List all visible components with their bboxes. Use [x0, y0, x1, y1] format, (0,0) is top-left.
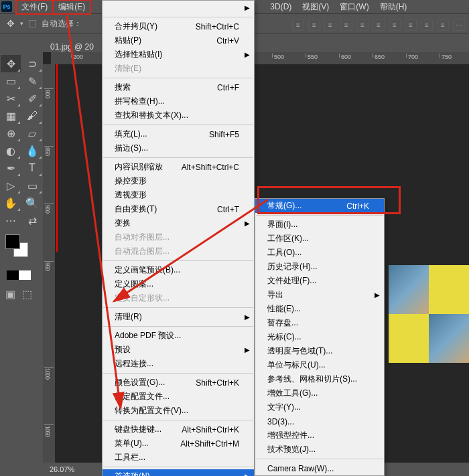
menu-item[interactable]: 查找和替换文本(X)... [103, 108, 254, 123]
gradient-tool[interactable]: ◐ [1, 142, 21, 159]
healing-tool[interactable]: ▦ [1, 107, 21, 125]
marquee-tool[interactable]: ▭ [1, 72, 21, 90]
align-icon[interactable]: ≡ [389, 19, 401, 31]
menu-item[interactable]: 转换为配置文件(V)... [103, 404, 254, 418]
align-icon[interactable]: ≡ [356, 19, 368, 31]
mini-swatch-a[interactable] [7, 270, 19, 280]
menu-help[interactable]: 帮助(H) [375, 0, 413, 14]
menu-item[interactable]: 定义图案... [103, 277, 254, 291]
align-icon[interactable]: ≡ [340, 19, 352, 31]
eyedropper-tool[interactable]: ✐ [22, 90, 42, 107]
screenmode-icon[interactable]: ⬚ [22, 288, 32, 301]
menu-item[interactable]: 3D(3)... [255, 414, 384, 428]
align-icon[interactable]: ≡ [308, 19, 320, 31]
pen-tool[interactable]: ✒ [1, 159, 21, 177]
menu-item[interactable]: 透视变形 [103, 188, 254, 202]
chevron-down-icon[interactable]: ▾ [20, 20, 23, 27]
shape-tool[interactable]: ▭ [22, 177, 42, 194]
mini-swatch-b[interactable] [19, 270, 31, 280]
menu-window[interactable]: 窗口(W) [334, 0, 374, 14]
align-icons: ≡ ≡ ≡ ≡ ≡ ≡ ≡ ≡ ≡ ≡ ⋯ [292, 19, 465, 31]
align-icon[interactable]: ≡ [292, 19, 304, 31]
menu-item: 定义自定形状... [103, 291, 254, 305]
menu-item[interactable]: 颜色设置(G)...Shift+Ctrl+K [103, 376, 254, 390]
align-icon[interactable]: ≡ [324, 19, 336, 31]
auto-select-checkbox[interactable] [29, 20, 36, 27]
menu-item[interactable]: Adobe PDF 预设... [103, 329, 254, 343]
document-tab[interactable]: 01.jpg @ 20 [50, 42, 94, 52]
menu-item[interactable]: 工具栏... [103, 451, 254, 465]
path-tool[interactable]: ▷ [1, 177, 21, 194]
menu-item[interactable]: 预设▶ [103, 343, 254, 357]
brush-tool[interactable]: ✎ [22, 72, 42, 90]
menu-item[interactable]: 选择性粘贴(I)▶ [103, 48, 254, 62]
move-tool[interactable]: ✥ [1, 55, 21, 72]
hand-tool[interactable]: ✋ [1, 194, 21, 212]
menu-item[interactable]: 工作区(K)... [255, 232, 384, 246]
menu-item[interactable]: 键盘快捷键...Alt+Shift+Ctrl+K [103, 422, 254, 437]
blur-tool[interactable]: 💧 [22, 142, 42, 159]
menu-item[interactable]: 导出▶ [255, 288, 384, 302]
menu-item[interactable]: 粘贴(P)Ctrl+V [103, 33, 254, 48]
menu-item[interactable]: 菜单(U)...Alt+Shift+Ctrl+M [103, 437, 254, 451]
menu-file[interactable]: 文件(F) [16, 0, 53, 14]
menu-item[interactable]: 增效工具(G)... [255, 386, 384, 400]
menu-item[interactable]: 界面(I)... [255, 218, 384, 232]
menu-item[interactable]: 变换▶ [103, 216, 254, 230]
brush2-tool[interactable]: 🖌 [22, 107, 42, 125]
menu-item[interactable]: 合并拷贝(Y)Shift+Ctrl+C [103, 19, 254, 33]
eraser-tool[interactable]: ▱ [22, 125, 42, 142]
menu-item[interactable]: 操控变形 [103, 174, 254, 188]
menu-item[interactable]: 内容识别缩放Alt+Shift+Ctrl+C [103, 160, 254, 174]
menu-item[interactable]: 描边(S)... [103, 141, 254, 155]
color-swatches[interactable] [5, 234, 43, 261]
canvas-image [389, 265, 469, 363]
menu-item[interactable]: 指定配置文件... [103, 390, 254, 404]
menu-item[interactable]: 远程连接... [103, 357, 254, 371]
menu-edit[interactable]: 编辑(E) [53, 0, 90, 14]
toolbox: ✥⊃ ▭✎ ✂✐ ▦🖌 ⊕▱ ◐💧 ✒T ▷▭ ✋🔍 ⋯⇄ ▣⬚ [0, 52, 43, 476]
menu-item[interactable]: Camera Raw(W)... [255, 461, 384, 475]
lasso-tool[interactable]: ⊃ [22, 55, 42, 72]
menu-item[interactable]: 首选项(N)▶ [103, 469, 254, 476]
menu-item[interactable]: 单位与标尺(U)... [255, 358, 384, 372]
menu-item[interactable]: 填充(L)...Shift+F5 [103, 127, 254, 141]
menu-item[interactable]: 暂存盘... [255, 316, 384, 330]
more-icon[interactable]: ⋯ [453, 19, 465, 31]
menu-item[interactable]: 清理(R)▶ [103, 310, 254, 324]
extra1-tool[interactable]: ⋯ [1, 212, 21, 229]
text-tool[interactable]: T [22, 159, 42, 177]
crop-tool[interactable]: ✂ [1, 90, 21, 107]
menu-item[interactable]: 透明度与色域(T)... [255, 344, 384, 358]
submenu-arrow-icon: ▶ [245, 4, 250, 11]
menu-item[interactable]: ▶ [103, 1, 254, 15]
menu-item[interactable]: 技术预览(J)... [255, 443, 384, 457]
menu-item[interactable]: 工具(O)... [255, 246, 384, 260]
submenu-arrow-icon: ▶ [375, 291, 380, 299]
menu-item[interactable]: 拼写检查(H)... [103, 94, 254, 108]
menu-item[interactable]: 常规(G)...Ctrl+K [255, 199, 384, 213]
preferences-submenu: 常规(G)...Ctrl+K界面(I)...工作区(K)...工具(O)...历… [255, 198, 385, 476]
quickmask-icon[interactable]: ▣ [5, 288, 15, 301]
align-icon[interactable]: ≡ [437, 19, 449, 31]
menu-item[interactable]: 自由变换(T)Ctrl+T [103, 202, 254, 216]
menu-item[interactable]: 搜索Ctrl+F [103, 80, 254, 94]
align-icon[interactable]: ≡ [405, 19, 417, 31]
zoom-tool[interactable]: 🔍 [22, 194, 42, 212]
menu-item[interactable]: 定义画笔预设(B)... [103, 263, 254, 277]
menu-item[interactable]: 增强型控件... [255, 428, 384, 443]
menu-view[interactable]: 视图(V) [297, 0, 334, 14]
menu-item[interactable]: 光标(C)... [255, 330, 384, 344]
align-icon[interactable]: ≡ [373, 19, 385, 31]
zoom-level[interactable]: 26.07% [50, 465, 74, 473]
menu-item[interactable]: 文字(Y)... [255, 400, 384, 414]
extra2-tool[interactable]: ⇄ [22, 212, 42, 229]
menu-item[interactable]: 性能(E)... [255, 302, 384, 316]
stamp-tool[interactable]: ⊕ [1, 125, 21, 142]
menu-3d[interactable]: 3D(D) [265, 1, 297, 13]
menu-item[interactable]: 历史记录(H)... [255, 260, 384, 274]
submenu-arrow-icon: ▶ [245, 313, 250, 321]
menu-item[interactable]: 文件处理(F)... [255, 274, 384, 288]
menu-item[interactable]: 参考线、网格和切片(S)... [255, 372, 384, 386]
align-icon[interactable]: ≡ [421, 19, 433, 31]
